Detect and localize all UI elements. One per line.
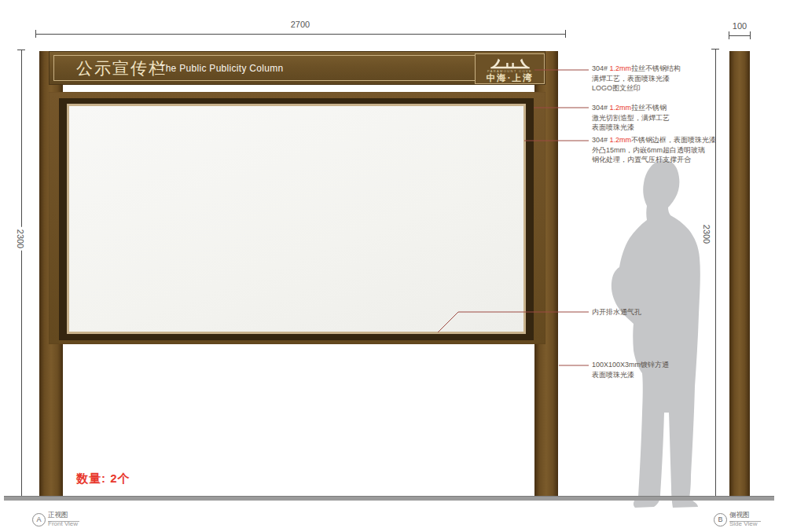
view-tag-b-label-en: Side View	[729, 520, 757, 527]
dim-label-front-height: 2300	[16, 227, 25, 251]
annotation-laser-cut: 304# 1.2mm拉丝不锈钢 激光切割造型，满焊工艺 表面喷珠光漆	[592, 103, 753, 133]
annotation-line: 304# 1.2mm不锈钢边框，表面喷珠光漆	[592, 135, 753, 145]
view-tag-a-circle: A	[32, 513, 46, 526]
annotation-line: 表面喷珠光漆	[592, 123, 753, 133]
roof-icon	[487, 57, 533, 69]
annotation-line: 100X100X3mm镀锌方通	[592, 360, 753, 370]
dim-tick	[35, 30, 36, 38]
view-tag-b-circle: B	[714, 513, 727, 526]
annotation-line: 钢化处理，内置气压杆支撑开合	[592, 155, 753, 165]
ground-line	[4, 496, 774, 501]
sign-header: 公示宣传栏 The Public Publicity Column PARAMO…	[49, 51, 545, 85]
signage-design-drawing: 2700 2300 公示宣传栏 The Public Publicity Col…	[0, 0, 786, 532]
board-tan-trim	[67, 104, 526, 334]
glass-panel	[69, 106, 523, 332]
brand-logo: PARAMOUNT COVE 中海·上湾	[475, 53, 545, 84]
annotation-drain-hole: 内开排水通气孔	[592, 307, 753, 317]
dim-line-side-width	[729, 35, 750, 36]
annotation-line: 外凸15mm，内嵌6mm超白透明玻璃	[592, 145, 753, 156]
annotation-line: 满焊工艺，表面喷珠光漆	[592, 74, 753, 84]
dim-tick	[711, 49, 719, 50]
display-board	[49, 92, 545, 344]
sign-title-cn: 公示宣传栏	[76, 57, 167, 79]
quantity-note: 数量: 2个	[76, 471, 130, 486]
dim-tick	[729, 31, 729, 39]
annotation-post-spec: 100X100X3mm镀锌方通 表面喷珠光漆	[592, 360, 753, 380]
annotation-glass-frame: 304# 1.2mm不锈钢边框，表面喷珠光漆 外凸15mm，内嵌6mm超白透明玻…	[592, 135, 753, 165]
annotation-line: 内开排水通气孔	[592, 307, 753, 317]
dim-label-side-height: 2300	[702, 222, 711, 246]
dim-tick	[750, 31, 751, 39]
human-figure-silhouette	[599, 157, 711, 511]
annotation-line: 304# 1.2mm拉丝不锈钢结构	[592, 64, 753, 74]
dim-tick	[565, 30, 566, 38]
dim-line-front-height	[21, 50, 22, 497]
view-tag-a-label-en: Front View	[48, 520, 78, 527]
dim-label-front-width: 2700	[35, 20, 565, 29]
annotation-line: 304# 1.2mm拉丝不锈钢	[592, 103, 753, 113]
dim-label-side-width: 100	[721, 21, 758, 31]
annotation-line: 激光切割造型，满焊工艺	[592, 113, 753, 123]
brand-name-cn: 中海·上湾	[476, 73, 544, 83]
annotation-header-structure: 304# 1.2mm拉丝不锈钢结构 满焊工艺，表面喷珠光漆 LOGO图文丝印	[592, 64, 753, 94]
annotation-line: LOGO图文丝印	[592, 83, 753, 94]
annotation-line: 表面喷珠光漆	[592, 370, 753, 380]
board-inner-frame	[59, 98, 534, 340]
sign-title-en: The Public Publicity Column	[160, 63, 284, 74]
dim-line-front-width	[35, 34, 565, 35]
dim-tick	[17, 50, 25, 50]
